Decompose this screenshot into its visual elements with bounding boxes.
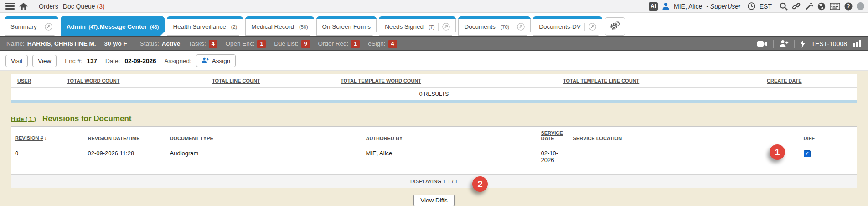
authored-by-cell: MIE, Alice bbox=[362, 145, 537, 175]
wand-icon[interactable] bbox=[805, 2, 813, 11]
chart-tab-bar: Summary Admin (47):Message Center (43) H… bbox=[0, 13, 868, 36]
keyboard-icon[interactable] bbox=[830, 3, 840, 10]
gears-icon bbox=[610, 21, 620, 32]
visit-button[interactable]: Visit bbox=[5, 55, 28, 67]
open-enc-field[interactable]: Open Enc: 1 bbox=[226, 40, 266, 48]
tab-count: (56) bbox=[299, 24, 308, 30]
open-in-new-window-icon[interactable] bbox=[584, 23, 596, 31]
revisions-section-title: Revisions for Document bbox=[42, 114, 132, 123]
tab-medical-record[interactable]: Medical Record (56) bbox=[245, 16, 314, 36]
word-count-header-row: USER TOTAL WORD COUNT TOTAL LINE COUNT T… bbox=[11, 74, 857, 88]
divider bbox=[773, 40, 774, 48]
col-header-service-location[interactable]: SERVICE LOCATION bbox=[569, 127, 797, 145]
assign-button[interactable]: Assign bbox=[196, 54, 236, 67]
presence-indicator[interactable] bbox=[857, 2, 864, 10]
view-diffs-button[interactable]: View Diffs bbox=[413, 195, 455, 206]
tab-label: Medical Record bbox=[251, 23, 294, 30]
order-req-field[interactable]: Order Req: 1 bbox=[318, 40, 360, 48]
service-date-cell: 02-10-2026 bbox=[537, 145, 569, 175]
patient-name[interactable]: HARRIS, CHRISTINE M. bbox=[27, 40, 96, 47]
view-button[interactable]: View bbox=[32, 55, 57, 67]
search-icon[interactable] bbox=[780, 2, 788, 11]
revision-table-row[interactable]: 0 02-09-2026 11:28 Audiogram MIE, Alice … bbox=[11, 145, 857, 175]
chart-stats-icon[interactable] bbox=[852, 39, 862, 48]
esign-count-badge[interactable]: 4 bbox=[388, 40, 397, 48]
patient-status: Active bbox=[162, 40, 181, 47]
open-enc-count-badge[interactable]: 1 bbox=[257, 40, 266, 48]
clock-icon[interactable] bbox=[748, 2, 755, 10]
col-header-total-template-line-count[interactable]: TOTAL TEMPLATE LINE COUNT bbox=[557, 74, 760, 88]
video-camera-icon[interactable] bbox=[757, 41, 768, 47]
assign-button-label: Assign bbox=[212, 58, 231, 64]
col-header-total-word-count[interactable]: TOTAL WORD COUNT bbox=[61, 74, 206, 88]
tasks-count-badge[interactable]: 4 bbox=[209, 40, 217, 48]
ai-badge[interactable]: AI bbox=[649, 2, 658, 11]
tab-needs-signed[interactable]: Needs Signed (7) bbox=[379, 16, 456, 36]
col-header-total-line-count[interactable]: TOTAL LINE COUNT bbox=[206, 74, 334, 88]
empty-results-row: 0 RESULTS bbox=[11, 88, 857, 101]
col-header-document-type[interactable]: DOCUMENT TYPE bbox=[166, 127, 362, 145]
tab-summary[interactable]: Summary bbox=[5, 16, 58, 36]
hide-revisions-link[interactable]: Hide ( 1 ) bbox=[11, 116, 36, 122]
col-header-create-date[interactable]: CREATE DATE bbox=[760, 74, 857, 88]
revisions-table: REVISION #↓ REVISION DATE/TIME DOCUMENT … bbox=[11, 126, 857, 188]
open-in-new-window-icon[interactable] bbox=[41, 23, 52, 31]
timezone-label: EST bbox=[760, 3, 772, 10]
lightning-icon[interactable] bbox=[800, 40, 806, 48]
due-list-count-badge[interactable]: 9 bbox=[301, 40, 310, 48]
tab-settings-button[interactable] bbox=[604, 17, 625, 36]
horizontal-scrollbar[interactable] bbox=[11, 100, 857, 103]
tab-count: (7) bbox=[429, 24, 434, 30]
home-icon[interactable] bbox=[19, 3, 28, 10]
date-value: 02-09-2026 bbox=[124, 58, 156, 64]
tab-on-screen-forms[interactable]: On Screen Forms bbox=[316, 16, 377, 36]
tab-health-surveillance[interactable]: Health Surveillance (2) bbox=[167, 16, 243, 36]
patient-status-field: Status: Active bbox=[140, 40, 181, 47]
col-header-authored-by[interactable]: AUTHORED BY bbox=[362, 127, 537, 145]
user-name[interactable]: MIE, Alice bbox=[674, 3, 702, 10]
add-person-icon[interactable] bbox=[779, 40, 789, 48]
link-icon[interactable] bbox=[792, 2, 801, 11]
tab-count: (2) bbox=[231, 24, 237, 30]
diff-checkbox[interactable]: ✓ bbox=[804, 150, 811, 157]
hamburger-menu-icon[interactable] bbox=[5, 3, 15, 10]
tab-label: Needs Signed bbox=[385, 23, 424, 30]
col-header-total-template-word-count[interactable]: TOTAL TEMPLATE WORD COUNT bbox=[334, 74, 557, 88]
svg-text:?: ? bbox=[847, 3, 850, 10]
col-header-revision-datetime[interactable]: REVISION DATE/TIME bbox=[84, 127, 166, 145]
tasks-label: Tasks: bbox=[188, 40, 206, 47]
order-req-label: Order Req: bbox=[318, 40, 349, 47]
due-list-label: Due List: bbox=[274, 40, 298, 47]
globe-icon[interactable] bbox=[817, 2, 826, 11]
col-header-user[interactable]: USER bbox=[11, 74, 61, 88]
revisions-header-row: REVISION #↓ REVISION DATE/TIME DOCUMENT … bbox=[11, 127, 857, 145]
open-in-new-window-icon[interactable] bbox=[438, 23, 450, 31]
user-icon bbox=[662, 2, 670, 10]
open-enc-label: Open Enc: bbox=[226, 40, 255, 47]
practice-id: TEST-10008 bbox=[811, 40, 847, 48]
revision-number-cell: 0 bbox=[11, 145, 84, 175]
paging-row: DISPLAYING 1-1 / 1 bbox=[11, 175, 857, 188]
tab-documents[interactable]: Documents (70) bbox=[458, 16, 531, 36]
document-content-area: USER TOTAL WORD COUNT TOTAL LINE COUNT T… bbox=[0, 71, 868, 206]
tab-documents-dv[interactable]: Documents-DV bbox=[533, 16, 602, 36]
open-in-new-window-icon[interactable] bbox=[513, 23, 525, 31]
paging-text: DISPLAYING 1-1 / 1 bbox=[11, 175, 857, 188]
help-icon[interactable]: ? bbox=[844, 2, 852, 11]
doc-queue-count: (3) bbox=[97, 3, 105, 10]
col-header-service-date[interactable]: SERVICE DATE bbox=[537, 127, 569, 145]
tasks-field[interactable]: Tasks: 4 bbox=[188, 40, 217, 48]
due-list-field[interactable]: Due List: 9 bbox=[274, 40, 310, 48]
encounter-toolbar: Visit View Enc #: 137 Date: 02-09-2026 A… bbox=[0, 51, 868, 71]
orders-menu-item[interactable]: Orders bbox=[39, 3, 58, 10]
sort-descending-icon[interactable]: ↓ bbox=[44, 135, 47, 141]
tab-label: Summary bbox=[10, 23, 37, 30]
order-req-count-badge[interactable]: 1 bbox=[351, 40, 360, 48]
tab-label: Admin (47):Message Center (43) bbox=[67, 23, 159, 30]
col-header-revision-number[interactable]: REVISION #↓ bbox=[11, 127, 84, 145]
tab-admin-message-center[interactable]: Admin (47):Message Center (43) bbox=[61, 16, 165, 36]
patient-header-bar: Name: HARRIS, CHRISTINE M. 30 y/o F Stat… bbox=[0, 36, 868, 51]
doc-queue-menu-item[interactable]: Doc Queue (3) bbox=[63, 3, 105, 10]
enc-value: 137 bbox=[87, 58, 98, 64]
esign-field[interactable]: eSign: 4 bbox=[368, 40, 397, 48]
